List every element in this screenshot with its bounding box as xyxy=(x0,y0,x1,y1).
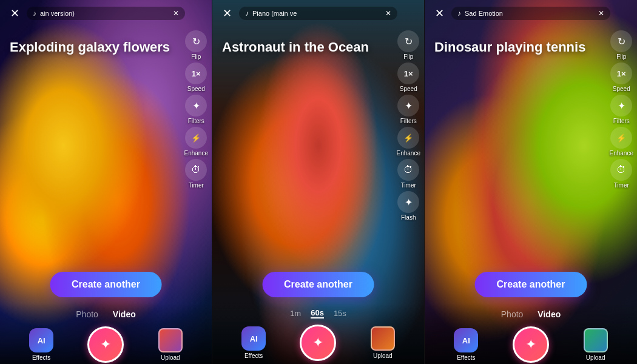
filters-button-3[interactable]: ✦ Filters xyxy=(610,95,632,124)
right-controls-3: ↻ Flip 1× Speed ✦ Filters ⚡ Enhance ⏱ Ti… xyxy=(610,30,633,189)
panel-astronaut: ✕ ♪ Piano (main ve ✕ Astronaut in the Oc… xyxy=(212,0,425,364)
video-tab-1[interactable]: Video xyxy=(108,308,141,320)
upload-thumb-3 xyxy=(584,328,608,352)
flash-button-2[interactable]: ✦ Flash xyxy=(397,191,419,221)
flip-label-2: Flip xyxy=(403,53,413,60)
duration-1m[interactable]: 1m xyxy=(290,309,301,318)
music-bar-2[interactable]: ♪ Piano (main ve ✕ xyxy=(239,7,397,20)
capture-star-icon-2: ✦ xyxy=(312,335,323,351)
flip-button-2[interactable]: ↻ Flip xyxy=(397,30,419,60)
enhance-label-3: Enhance xyxy=(610,150,633,157)
bottom-actions-3: AI Effects ✦ Upload xyxy=(425,323,637,364)
enhance-label-2: Enhance xyxy=(397,150,420,157)
speed-label-2: Speed xyxy=(400,86,417,92)
music-note-icon-2: ♪ xyxy=(245,9,249,18)
upload-label-3: Upload xyxy=(586,354,605,361)
speed-icon-3: 1× xyxy=(610,62,632,84)
speed-label-3: Speed xyxy=(613,86,630,92)
create-another-button-2[interactable]: Create another xyxy=(262,272,374,297)
flip-button-3[interactable]: ↻ Flip xyxy=(610,30,632,60)
filters-icon-2: ✦ xyxy=(397,95,419,116)
upload-item-3[interactable]: Upload xyxy=(584,328,608,361)
flip-icon-2: ↻ xyxy=(397,30,419,52)
enhance-button-2[interactable]: ⚡ Enhance xyxy=(397,127,420,157)
filters-icon-1: ✦ xyxy=(185,95,207,116)
create-another-button-1[interactable]: Create another xyxy=(50,272,162,297)
enhance-icon-2: ⚡ xyxy=(397,127,419,149)
effects-label-1: Effects xyxy=(32,354,50,361)
capture-button-1[interactable]: ✦ xyxy=(87,326,124,363)
ai-icon-2: AI xyxy=(241,326,266,351)
music-text-1: ain version) xyxy=(40,10,75,17)
image-title-3: Dinosaur playing tennis xyxy=(434,39,604,55)
mode-tabs-1: Photo Video xyxy=(0,303,212,323)
effects-item-3[interactable]: AI Effects xyxy=(454,328,478,361)
effects-item-2[interactable]: AI Effects xyxy=(241,326,266,359)
music-close-3[interactable]: ✕ xyxy=(598,9,604,18)
photo-tab-1[interactable]: Photo xyxy=(71,308,103,320)
timer-icon-1: ⏱ xyxy=(185,159,207,181)
speed-button-3[interactable]: 1× Speed xyxy=(610,62,632,92)
upload-label-2: Upload xyxy=(373,352,393,359)
bottom-bar-3: Photo Video AI Effects ✦ Upload xyxy=(425,303,637,364)
filters-label-1: Filters xyxy=(188,118,204,124)
flip-label-3: Flip xyxy=(616,53,626,60)
music-close-1[interactable]: ✕ xyxy=(173,9,179,18)
music-text-2: Piano (main ve xyxy=(252,10,297,17)
speed-icon-1: 1× xyxy=(185,62,207,84)
timer-button-2[interactable]: ⏱ Timer xyxy=(397,159,419,189)
capture-button-2[interactable]: ✦ xyxy=(300,325,336,361)
effects-label-3: Effects xyxy=(457,354,475,361)
right-controls-1: ↻ Flip 1× Speed ✦ Filters ⚡ Enhance ⏱ Ti… xyxy=(184,30,208,189)
upload-item-2[interactable]: Upload xyxy=(371,326,395,359)
upload-item-1[interactable]: Upload xyxy=(158,328,183,361)
music-note-icon-1: ♪ xyxy=(33,9,36,18)
music-bar-3[interactable]: ♪ Sad Emotion ✕ xyxy=(451,7,610,20)
duration-15s[interactable]: 15s xyxy=(334,309,346,318)
top-bar-3: ✕ ♪ Sad Emotion ✕ xyxy=(425,0,637,27)
enhance-icon-3: ⚡ xyxy=(610,127,632,149)
mode-tabs-3: Photo Video xyxy=(425,303,637,323)
upload-thumb-1 xyxy=(158,328,183,352)
flip-button-1[interactable]: ↻ Flip xyxy=(185,30,207,60)
capture-button-3[interactable]: ✦ xyxy=(513,326,549,363)
timer-button-3[interactable]: ⏱ Timer xyxy=(610,159,632,189)
enhance-button-1[interactable]: ⚡ Enhance xyxy=(184,127,208,157)
music-close-2[interactable]: ✕ xyxy=(385,9,391,18)
filters-button-1[interactable]: ✦ Filters xyxy=(185,95,207,124)
bottom-actions-2: AI Effects ✦ Upload xyxy=(212,321,424,364)
effects-label-2: Effects xyxy=(244,352,263,359)
close-button-1[interactable]: ✕ xyxy=(6,5,23,22)
top-bar-2: ✕ ♪ Piano (main ve ✕ xyxy=(212,0,424,27)
timer-label-3: Timer xyxy=(614,182,629,189)
filters-label-2: Filters xyxy=(400,118,417,124)
duration-60s[interactable]: 60s xyxy=(311,308,324,318)
timer-button-1[interactable]: ⏱ Timer xyxy=(185,159,207,189)
photo-tab-3[interactable]: Photo xyxy=(496,308,528,320)
timer-icon-3: ⏱ xyxy=(610,159,632,181)
ai-icon-3: AI xyxy=(454,328,478,352)
flip-label-1: Flip xyxy=(191,53,201,60)
timer-icon-2: ⏱ xyxy=(397,159,419,181)
close-button-2[interactable]: ✕ xyxy=(218,5,235,22)
flash-icon-2: ✦ xyxy=(397,191,419,213)
music-bar-1[interactable]: ♪ ain version) ✕ xyxy=(27,7,185,20)
capture-star-icon-1: ✦ xyxy=(100,337,111,352)
speed-button-1[interactable]: 1× Speed xyxy=(185,62,207,92)
right-controls-2: ↻ Flip 1× Speed ✦ Filters ⚡ Enhance ⏱ Ti… xyxy=(397,30,420,221)
speed-button-2[interactable]: 1× Speed xyxy=(397,62,419,92)
effects-item-1[interactable]: AI Effects xyxy=(29,328,53,361)
filters-button-2[interactable]: ✦ Filters xyxy=(397,95,419,124)
flip-icon-3: ↻ xyxy=(610,30,632,52)
timer-label-2: Timer xyxy=(401,182,416,189)
create-another-button-3[interactable]: Create another xyxy=(475,272,587,297)
upload-thumb-2 xyxy=(371,326,395,351)
enhance-button-3[interactable]: ⚡ Enhance xyxy=(610,127,633,157)
filters-label-3: Filters xyxy=(613,118,630,124)
bottom-actions-1: AI Effects ✦ Upload xyxy=(0,323,212,364)
close-button-3[interactable]: ✕ xyxy=(431,5,448,22)
speed-icon-2: 1× xyxy=(397,62,419,84)
panel-dinosaur-tennis: ✕ ♪ Sad Emotion ✕ Dinosaur playing tenni… xyxy=(425,0,637,364)
duration-tabs-2: 1m 60s 15s xyxy=(212,303,424,321)
video-tab-3[interactable]: Video xyxy=(533,308,565,320)
